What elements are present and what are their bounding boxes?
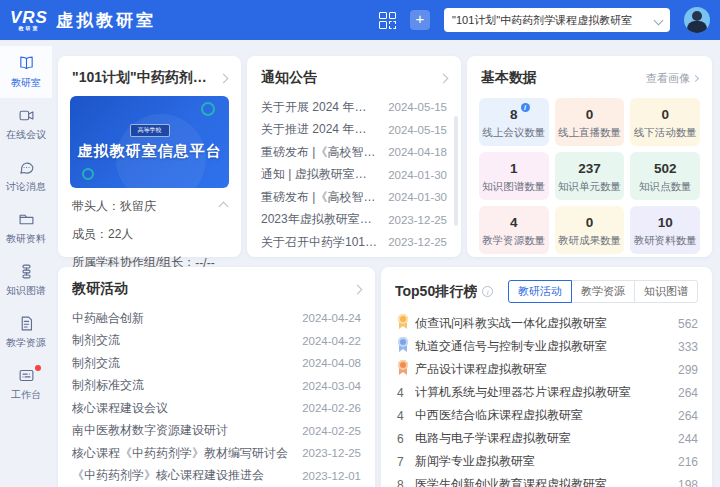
activities-list: 中药融合创新2024-04-24 制剂交流2024-04-22 制剂交流2024… bbox=[58, 307, 375, 487]
stats-grid: 8i 线上会议数量 0 线上直播数量 0 线下活动数量 1 知识图谱数量 237… bbox=[467, 96, 712, 254]
chevron-right-icon[interactable] bbox=[439, 73, 449, 83]
ranking-tabs: 教研活动 教学资源 知识图谱 bbox=[508, 280, 698, 303]
room-leader-name: 狄留庆 bbox=[120, 198, 156, 215]
ranking-title: Top50排行榜 bbox=[395, 283, 477, 301]
basic-data-title: 基本数据 bbox=[481, 69, 537, 87]
scrollbar[interactable] bbox=[454, 116, 458, 226]
workbench-icon bbox=[18, 367, 35, 384]
app-logo: VRS教研室 虚拟教研室 bbox=[10, 9, 156, 32]
stat-knowledge-points: 502 知识点数量 bbox=[630, 152, 700, 200]
banner-decoration bbox=[201, 102, 215, 116]
stat-offline-activities: 0 线下活动数量 bbox=[630, 98, 700, 146]
activity-item[interactable]: 中药融合创新2024-04-24 bbox=[72, 307, 361, 330]
book-icon bbox=[18, 55, 35, 72]
sidebar-item-online-meeting[interactable]: 在线会议 bbox=[0, 98, 52, 150]
activity-item[interactable]: 核心课程《中药药剂学》教材编写研讨会2023-12-25 bbox=[72, 442, 361, 465]
user-avatar[interactable] bbox=[684, 7, 710, 33]
notices-list: 关于开展 2024 年高校教师教...2024-05-15 关于推进 2024 … bbox=[247, 96, 461, 254]
ranking-list: 侦查讯问科教实战一体化虚拟教研室562 轨道交通信号与控制专业虚拟教研室333 … bbox=[381, 312, 712, 487]
workspace-select[interactable]: "101计划"中药药剂学课程虚拟教研室 bbox=[444, 8, 670, 32]
sidebar-item-research-materials[interactable]: 教研资料 bbox=[0, 202, 52, 254]
activity-item[interactable]: 南中医教材数字资源建设研讨2024-02-25 bbox=[72, 420, 361, 443]
notice-item[interactable]: 关于开展 2024 年高校教师教...2024-05-15 bbox=[261, 96, 447, 119]
activity-item[interactable]: 制剂交流2024-04-22 bbox=[72, 330, 361, 353]
banner-decoration bbox=[82, 168, 94, 180]
stat-knowledge-units: 237 知识单元数量 bbox=[555, 152, 625, 200]
room-title[interactable]: "101计划"中药药剂学课程虚... bbox=[72, 69, 220, 87]
activity-item[interactable]: 《中药药剂学》核心课程建设推进会2023-12-01 bbox=[72, 465, 361, 487]
tab-teaching-resources[interactable]: 教学资源 bbox=[571, 280, 635, 303]
workspace-select-value: "101计划"中药药剂学课程虚拟教研室 bbox=[452, 13, 649, 28]
notification-dot-badge bbox=[35, 365, 41, 371]
stat-teaching-resources: 4 教学资源数量 bbox=[479, 206, 549, 254]
ranking-item[interactable]: 侦查讯问科教实战一体化虚拟教研室562 bbox=[395, 312, 698, 335]
notices-title: 通知公告 bbox=[261, 69, 317, 87]
ranking-item[interactable]: 4 计算机系统与处理器芯片课程虚拟教研室264 bbox=[395, 381, 698, 404]
sidebar-item-discussion[interactable]: 讨论消息 bbox=[0, 150, 52, 202]
stat-research-outcomes: 0 教研成果数量 bbox=[555, 206, 625, 254]
ranking-item[interactable]: 轨道交通信号与控制专业虚拟教研室333 bbox=[395, 335, 698, 358]
room-leader-row: 带头人： 狄留庆 bbox=[72, 198, 227, 215]
info-icon[interactable]: i bbox=[521, 103, 530, 112]
activity-item[interactable]: 核心课程建设会议2024-02-26 bbox=[72, 397, 361, 420]
room-members-count: 22人 bbox=[108, 226, 133, 243]
top50-ranking-card: Top50排行榜 i 教研活动 教学资源 知识图谱 侦查讯问科教实战一体化虚拟教… bbox=[381, 267, 712, 487]
add-button[interactable]: + bbox=[410, 10, 430, 30]
notice-item[interactable]: 重磅发布 |《高校智慧教研》...2024-01-30 bbox=[261, 186, 447, 209]
ranking-item[interactable]: 7 新闻学专业虚拟教研室216 bbox=[395, 450, 698, 473]
sidebar-item-workbench[interactable]: 工作台 bbox=[0, 358, 52, 410]
collapse-chevron-icon[interactable] bbox=[219, 202, 229, 212]
notices-card: 通知公告 关于开展 2024 年高校教师教...2024-05-15 关于推进 … bbox=[247, 56, 461, 257]
video-camera-icon bbox=[18, 107, 35, 124]
tab-research-activities[interactable]: 教研活动 bbox=[508, 280, 572, 303]
banner-title: 虚拟教研室信息平台 bbox=[78, 142, 222, 161]
activity-item[interactable]: 制剂交流2024-04-08 bbox=[72, 352, 361, 375]
stat-online-meetings: 8i 线上会议数量 bbox=[479, 98, 549, 146]
room-overview-card: "101计划"中药药剂学课程虚... 高等学校 虚拟教研室信息平台 带头人： 狄… bbox=[58, 56, 241, 257]
ranking-item[interactable]: 6 电路与电子学课程虚拟教研室244 bbox=[395, 427, 698, 450]
room-banner[interactable]: 高等学校 虚拟教研室信息平台 bbox=[70, 96, 229, 188]
document-icon bbox=[18, 315, 35, 332]
sidebar: 教研室 在线会议 讨论消息 教研资料 知识图谱 教学资源 工作台 bbox=[0, 40, 52, 487]
notice-item[interactable]: 关于召开中药学101计划核心...2023-12-25 bbox=[261, 231, 447, 254]
notice-item[interactable]: 通知 | 虚拟教研室内刊《高校...2024-01-30 bbox=[261, 164, 447, 187]
ranking-item[interactable]: 4 中西医结合临床课程虚拟教研室264 bbox=[395, 404, 698, 427]
activities-title: 教研活动 bbox=[72, 280, 128, 298]
bronze-medal-icon bbox=[397, 360, 409, 376]
chevron-right-icon bbox=[692, 74, 699, 81]
folder-icon bbox=[18, 211, 35, 228]
ranking-item[interactable]: 8 医学生创新创业教育课程虚拟教研室198 bbox=[395, 473, 698, 487]
room-members-row: 成员： 22人 bbox=[72, 226, 227, 243]
activity-item[interactable]: 制剂标准交流2024-03-04 bbox=[72, 375, 361, 398]
sidebar-item-knowledge-graph[interactable]: 知识图谱 bbox=[0, 254, 52, 306]
knowledge-graph-icon bbox=[18, 263, 35, 280]
sidebar-item-teaching-room[interactable]: 教研室 bbox=[0, 46, 52, 98]
activities-card: 教研活动 中药融合创新2024-04-24 制剂交流2024-04-22 制剂交… bbox=[58, 267, 375, 487]
qr-code-icon[interactable] bbox=[379, 12, 396, 29]
gold-medal-icon bbox=[397, 314, 409, 330]
sidebar-item-teaching-resources[interactable]: 教学资源 bbox=[0, 306, 52, 358]
chat-bubble-icon bbox=[18, 159, 35, 176]
logo-mark: VRS教研室 bbox=[10, 9, 48, 31]
app-title: 虚拟教研室 bbox=[56, 9, 156, 32]
banner-badge: 高等学校 bbox=[130, 124, 170, 137]
chevron-right-icon[interactable] bbox=[353, 284, 363, 294]
chevron-down-icon bbox=[654, 15, 664, 25]
notice-item[interactable]: 关于推进 2024 年度虚拟教研...2024-05-15 bbox=[261, 119, 447, 142]
info-icon[interactable]: i bbox=[482, 286, 493, 297]
stat-live-streams: 0 线上直播数量 bbox=[555, 98, 625, 146]
tab-knowledge-graph[interactable]: 知识图谱 bbox=[634, 280, 698, 303]
chevron-right-icon[interactable] bbox=[219, 73, 229, 83]
app-header: VRS教研室 虚拟教研室 + "101计划"中药药剂学课程虚拟教研室 bbox=[0, 0, 720, 40]
notice-item[interactable]: 2023年虚拟教研室建设研讨...2023-12-25 bbox=[261, 209, 447, 232]
view-profile-link[interactable]: 查看画像 bbox=[646, 71, 698, 86]
notice-item[interactable]: 重磅发布 |《高校智慧教研》...2024-04-18 bbox=[261, 141, 447, 164]
stat-knowledge-graphs: 1 知识图谱数量 bbox=[479, 152, 549, 200]
silver-medal-icon bbox=[397, 337, 409, 353]
ranking-item[interactable]: 产品设计课程虚拟教研室299 bbox=[395, 358, 698, 381]
stat-research-materials: 10 教研资料数量 bbox=[630, 206, 700, 254]
basic-data-card: 基本数据 查看画像 8i 线上会议数量 0 线上直播数量 0 线下活动数量 1 … bbox=[467, 56, 712, 257]
